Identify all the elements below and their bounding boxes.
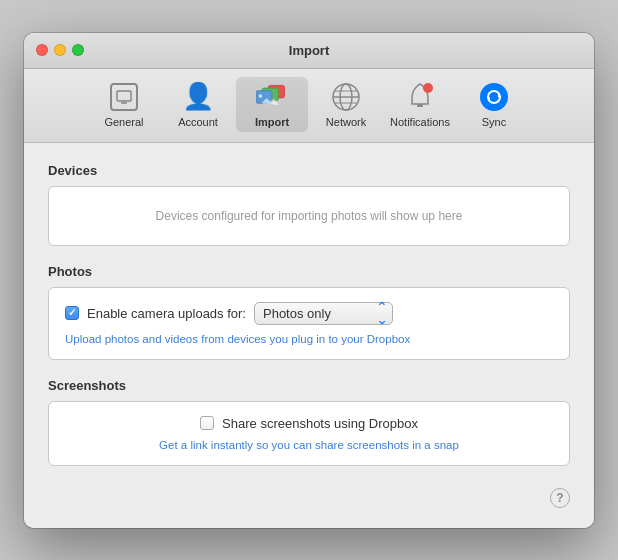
photos-upload-hint: Upload photos and videos from devices yo… (65, 333, 553, 345)
svg-point-6 (259, 94, 263, 98)
maximize-button[interactable] (72, 44, 84, 56)
svg-rect-0 (117, 91, 131, 101)
import-tab-label: Import (255, 116, 289, 128)
share-screenshots-row: Share screenshots using Dropbox (65, 416, 553, 431)
photos-dropdown-wrapper: Photos only Photos and videos ⌃ ⌃ (254, 302, 393, 325)
photos-section: Photos Enable camera uploads for: Photos… (48, 264, 570, 360)
import-tab-icon (256, 81, 288, 113)
titlebar: Import (24, 33, 594, 69)
general-icon (110, 83, 138, 111)
enable-camera-uploads-label: Enable camera uploads for: (87, 306, 246, 321)
minimize-button[interactable] (54, 44, 66, 56)
devices-description: Devices configured for importing photos … (65, 201, 553, 231)
traffic-lights (36, 44, 84, 56)
tab-import[interactable]: Import (236, 77, 308, 132)
network-icon (331, 82, 361, 112)
camera-uploads-row: Enable camera uploads for: Photos only P… (65, 302, 553, 325)
share-screenshots-label: Share screenshots using Dropbox (222, 416, 418, 431)
notifications-tab-label: Notifications (390, 116, 450, 128)
general-tab-icon (108, 81, 140, 113)
svg-rect-13 (417, 104, 423, 107)
account-tab-label: Account (178, 116, 218, 128)
network-tab-icon (330, 81, 362, 113)
photos-section-box: Enable camera uploads for: Photos only P… (48, 287, 570, 360)
tab-notifications[interactable]: Notifications (384, 77, 456, 132)
content-area: Devices Devices configured for importing… (24, 143, 594, 528)
general-tab-label: General (104, 116, 143, 128)
devices-section-box: Devices configured for importing photos … (48, 186, 570, 246)
screenshots-section-title: Screenshots (48, 378, 570, 393)
screenshots-section-box: Share screenshots using Dropbox Get a li… (48, 401, 570, 466)
tab-network[interactable]: Network (310, 77, 382, 132)
import-icon (256, 83, 288, 111)
account-tab-icon: 👤 (182, 81, 214, 113)
tab-account[interactable]: 👤 Account (162, 77, 234, 132)
sync-tab-icon (478, 81, 510, 113)
tab-general[interactable]: General (88, 77, 160, 132)
help-area: ? (48, 484, 570, 508)
devices-section-title: Devices (48, 163, 570, 178)
notifications-tab-icon (404, 81, 436, 113)
window-title: Import (289, 43, 329, 58)
photos-only-select[interactable]: Photos only Photos and videos (254, 302, 393, 325)
sync-icon (480, 83, 508, 111)
photos-section-title: Photos (48, 264, 570, 279)
tab-sync[interactable]: Sync (458, 77, 530, 132)
notifications-icon (406, 82, 434, 112)
network-tab-label: Network (326, 116, 366, 128)
screenshots-hint: Get a link instantly so you can share sc… (65, 439, 553, 451)
share-screenshots-checkbox[interactable] (200, 416, 214, 430)
close-button[interactable] (36, 44, 48, 56)
devices-section: Devices Devices configured for importing… (48, 163, 570, 246)
help-button[interactable]: ? (550, 488, 570, 508)
screenshots-section: Screenshots Share screenshots using Drop… (48, 378, 570, 466)
enable-camera-uploads-checkbox[interactable] (65, 306, 79, 320)
preferences-window: Import General 👤 Account (24, 33, 594, 528)
svg-point-14 (423, 83, 433, 93)
account-icon: 👤 (182, 81, 214, 112)
sync-tab-label: Sync (482, 116, 506, 128)
toolbar: General 👤 Account Import (24, 69, 594, 143)
